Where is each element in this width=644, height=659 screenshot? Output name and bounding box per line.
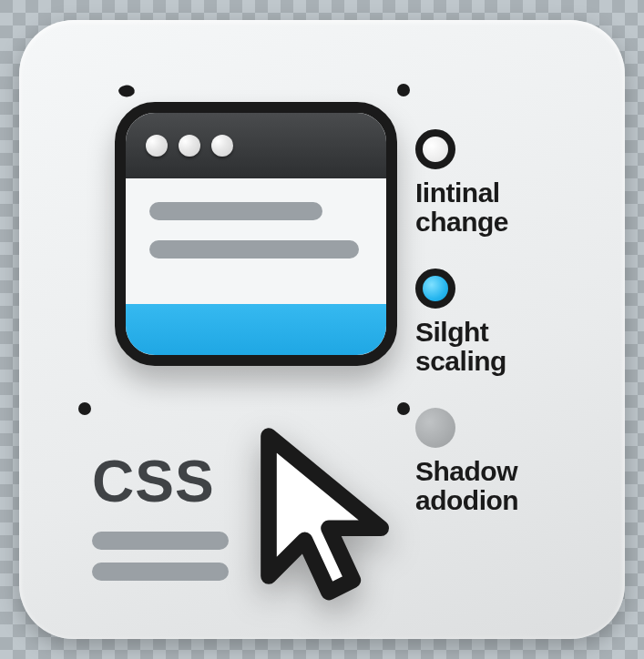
traffic-light-icon [146,135,168,157]
browser-window-icon [115,102,397,366]
traffic-light-icon [211,135,233,157]
window-highlight-bar [126,304,386,355]
content-line [92,563,229,581]
legend-label: Silght scaling [415,318,506,375]
legend: Iintinal change Silght scaling Shadow ad… [415,129,588,514]
legend-marker-icon [415,269,455,309]
legend-item-slight-scaling: Silght scaling [415,269,588,375]
legend-label: Shadow adodion [415,457,518,514]
panel: CSS Iintinal change Silght scaling Sha [19,20,625,639]
css-label: CSS [92,448,229,515]
window-titlebar [126,113,386,178]
legend-marker-icon [415,408,455,448]
window-body [126,178,386,259]
content-line [149,240,359,259]
traffic-light-icon [179,135,200,157]
legend-item-initial-change: Iintinal change [415,129,588,236]
legend-marker-icon [415,129,455,169]
content-line [92,532,229,550]
css-block: CSS [92,448,229,581]
cursor-icon [229,411,429,621]
legend-item-shadow-addition: Shadow adodion [415,408,588,514]
legend-label: Iintinal change [415,178,508,236]
corner-dot [397,84,410,96]
content-line [149,202,322,220]
corner-dot [118,85,136,98]
corner-dot [78,402,91,415]
